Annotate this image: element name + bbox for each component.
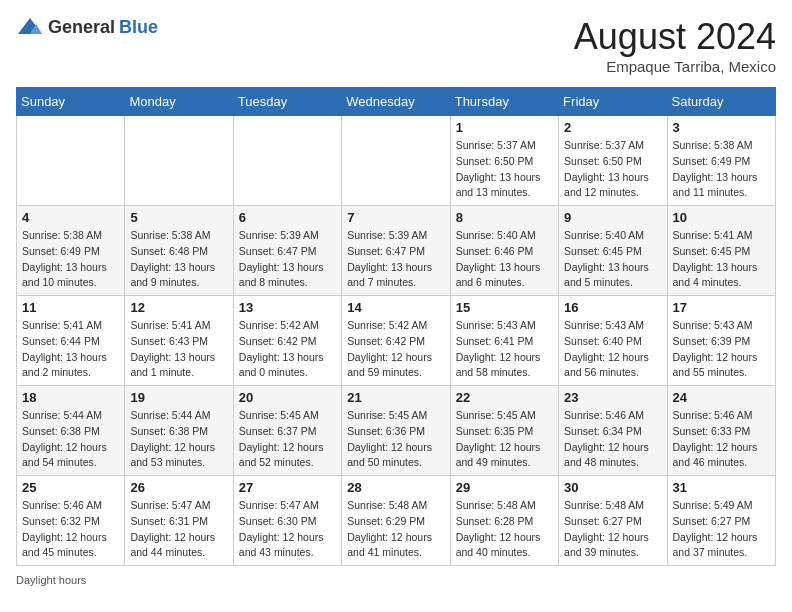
weekday-header-saturday: Saturday	[667, 88, 775, 116]
calendar-cell: 22Sunrise: 5:45 AMSunset: 6:35 PMDayligh…	[450, 386, 558, 476]
day-number: 23	[564, 390, 661, 405]
calendar-cell: 24Sunrise: 5:46 AMSunset: 6:33 PMDayligh…	[667, 386, 775, 476]
calendar-cell: 28Sunrise: 5:48 AMSunset: 6:29 PMDayligh…	[342, 476, 450, 566]
day-info: Sunrise: 5:41 AMSunset: 6:44 PMDaylight:…	[22, 318, 119, 381]
day-number: 17	[673, 300, 770, 315]
day-info: Sunrise: 5:44 AMSunset: 6:38 PMDaylight:…	[22, 408, 119, 471]
day-number: 19	[130, 390, 227, 405]
day-info: Sunrise: 5:41 AMSunset: 6:45 PMDaylight:…	[673, 228, 770, 291]
weekday-header-wednesday: Wednesday	[342, 88, 450, 116]
calendar-cell: 18Sunrise: 5:44 AMSunset: 6:38 PMDayligh…	[17, 386, 125, 476]
calendar-cell: 26Sunrise: 5:47 AMSunset: 6:31 PMDayligh…	[125, 476, 233, 566]
day-info: Sunrise: 5:41 AMSunset: 6:43 PMDaylight:…	[130, 318, 227, 381]
day-number: 4	[22, 210, 119, 225]
weekday-header-row: SundayMondayTuesdayWednesdayThursdayFrid…	[17, 88, 776, 116]
calendar-cell: 14Sunrise: 5:42 AMSunset: 6:42 PMDayligh…	[342, 296, 450, 386]
calendar-cell: 16Sunrise: 5:43 AMSunset: 6:40 PMDayligh…	[559, 296, 667, 386]
title-area: August 2024 Empaque Tarriba, Mexico	[574, 16, 776, 75]
day-info: Sunrise: 5:38 AMSunset: 6:48 PMDaylight:…	[130, 228, 227, 291]
calendar-cell: 30Sunrise: 5:48 AMSunset: 6:27 PMDayligh…	[559, 476, 667, 566]
calendar-cell	[233, 116, 341, 206]
month-year: August 2024	[574, 16, 776, 58]
day-info: Sunrise: 5:38 AMSunset: 6:49 PMDaylight:…	[673, 138, 770, 201]
weekday-header-thursday: Thursday	[450, 88, 558, 116]
day-number: 21	[347, 390, 444, 405]
day-info: Sunrise: 5:45 AMSunset: 6:36 PMDaylight:…	[347, 408, 444, 471]
calendar-cell: 9Sunrise: 5:40 AMSunset: 6:45 PMDaylight…	[559, 206, 667, 296]
day-info: Sunrise: 5:40 AMSunset: 6:45 PMDaylight:…	[564, 228, 661, 291]
calendar-week-row-3: 18Sunrise: 5:44 AMSunset: 6:38 PMDayligh…	[17, 386, 776, 476]
legend: Daylight hours	[16, 574, 776, 586]
day-number: 1	[456, 120, 553, 135]
day-info: Sunrise: 5:39 AMSunset: 6:47 PMDaylight:…	[347, 228, 444, 291]
day-info: Sunrise: 5:46 AMSunset: 6:34 PMDaylight:…	[564, 408, 661, 471]
day-number: 9	[564, 210, 661, 225]
day-info: Sunrise: 5:45 AMSunset: 6:37 PMDaylight:…	[239, 408, 336, 471]
day-number: 6	[239, 210, 336, 225]
calendar: SundayMondayTuesdayWednesdayThursdayFrid…	[16, 87, 776, 566]
calendar-cell: 1Sunrise: 5:37 AMSunset: 6:50 PMDaylight…	[450, 116, 558, 206]
calendar-week-row-2: 11Sunrise: 5:41 AMSunset: 6:44 PMDayligh…	[17, 296, 776, 386]
day-info: Sunrise: 5:43 AMSunset: 6:40 PMDaylight:…	[564, 318, 661, 381]
day-info: Sunrise: 5:37 AMSunset: 6:50 PMDaylight:…	[564, 138, 661, 201]
calendar-cell: 2Sunrise: 5:37 AMSunset: 6:50 PMDaylight…	[559, 116, 667, 206]
day-info: Sunrise: 5:46 AMSunset: 6:32 PMDaylight:…	[22, 498, 119, 561]
day-info: Sunrise: 5:43 AMSunset: 6:39 PMDaylight:…	[673, 318, 770, 381]
day-info: Sunrise: 5:37 AMSunset: 6:50 PMDaylight:…	[456, 138, 553, 201]
calendar-week-row-1: 4Sunrise: 5:38 AMSunset: 6:49 PMDaylight…	[17, 206, 776, 296]
calendar-cell: 21Sunrise: 5:45 AMSunset: 6:36 PMDayligh…	[342, 386, 450, 476]
day-info: Sunrise: 5:39 AMSunset: 6:47 PMDaylight:…	[239, 228, 336, 291]
day-number: 13	[239, 300, 336, 315]
day-info: Sunrise: 5:38 AMSunset: 6:49 PMDaylight:…	[22, 228, 119, 291]
day-number: 7	[347, 210, 444, 225]
location: Empaque Tarriba, Mexico	[574, 58, 776, 75]
logo: GeneralBlue	[16, 16, 158, 38]
calendar-cell	[17, 116, 125, 206]
day-number: 15	[456, 300, 553, 315]
day-number: 31	[673, 480, 770, 495]
calendar-cell: 8Sunrise: 5:40 AMSunset: 6:46 PMDaylight…	[450, 206, 558, 296]
day-number: 26	[130, 480, 227, 495]
day-number: 29	[456, 480, 553, 495]
calendar-cell: 31Sunrise: 5:49 AMSunset: 6:27 PMDayligh…	[667, 476, 775, 566]
header: GeneralBlue August 2024 Empaque Tarriba,…	[16, 16, 776, 75]
calendar-week-row-0: 1Sunrise: 5:37 AMSunset: 6:50 PMDaylight…	[17, 116, 776, 206]
calendar-cell: 7Sunrise: 5:39 AMSunset: 6:47 PMDaylight…	[342, 206, 450, 296]
day-number: 25	[22, 480, 119, 495]
day-number: 11	[22, 300, 119, 315]
day-number: 27	[239, 480, 336, 495]
day-number: 16	[564, 300, 661, 315]
day-info: Sunrise: 5:40 AMSunset: 6:46 PMDaylight:…	[456, 228, 553, 291]
day-number: 18	[22, 390, 119, 405]
logo-icon	[16, 16, 44, 38]
day-number: 20	[239, 390, 336, 405]
calendar-cell: 3Sunrise: 5:38 AMSunset: 6:49 PMDaylight…	[667, 116, 775, 206]
calendar-week-row-4: 25Sunrise: 5:46 AMSunset: 6:32 PMDayligh…	[17, 476, 776, 566]
weekday-header-sunday: Sunday	[17, 88, 125, 116]
day-number: 10	[673, 210, 770, 225]
day-info: Sunrise: 5:49 AMSunset: 6:27 PMDaylight:…	[673, 498, 770, 561]
day-number: 24	[673, 390, 770, 405]
day-number: 2	[564, 120, 661, 135]
day-number: 30	[564, 480, 661, 495]
day-info: Sunrise: 5:48 AMSunset: 6:27 PMDaylight:…	[564, 498, 661, 561]
calendar-cell: 20Sunrise: 5:45 AMSunset: 6:37 PMDayligh…	[233, 386, 341, 476]
calendar-cell	[125, 116, 233, 206]
day-number: 22	[456, 390, 553, 405]
weekday-header-monday: Monday	[125, 88, 233, 116]
day-number: 8	[456, 210, 553, 225]
calendar-cell: 11Sunrise: 5:41 AMSunset: 6:44 PMDayligh…	[17, 296, 125, 386]
calendar-cell: 5Sunrise: 5:38 AMSunset: 6:48 PMDaylight…	[125, 206, 233, 296]
day-info: Sunrise: 5:48 AMSunset: 6:29 PMDaylight:…	[347, 498, 444, 561]
calendar-cell: 4Sunrise: 5:38 AMSunset: 6:49 PMDaylight…	[17, 206, 125, 296]
day-info: Sunrise: 5:46 AMSunset: 6:33 PMDaylight:…	[673, 408, 770, 471]
day-info: Sunrise: 5:47 AMSunset: 6:30 PMDaylight:…	[239, 498, 336, 561]
calendar-cell: 17Sunrise: 5:43 AMSunset: 6:39 PMDayligh…	[667, 296, 775, 386]
day-number: 5	[130, 210, 227, 225]
calendar-cell	[342, 116, 450, 206]
calendar-cell: 10Sunrise: 5:41 AMSunset: 6:45 PMDayligh…	[667, 206, 775, 296]
calendar-cell: 19Sunrise: 5:44 AMSunset: 6:38 PMDayligh…	[125, 386, 233, 476]
day-info: Sunrise: 5:47 AMSunset: 6:31 PMDaylight:…	[130, 498, 227, 561]
calendar-cell: 23Sunrise: 5:46 AMSunset: 6:34 PMDayligh…	[559, 386, 667, 476]
day-info: Sunrise: 5:44 AMSunset: 6:38 PMDaylight:…	[130, 408, 227, 471]
